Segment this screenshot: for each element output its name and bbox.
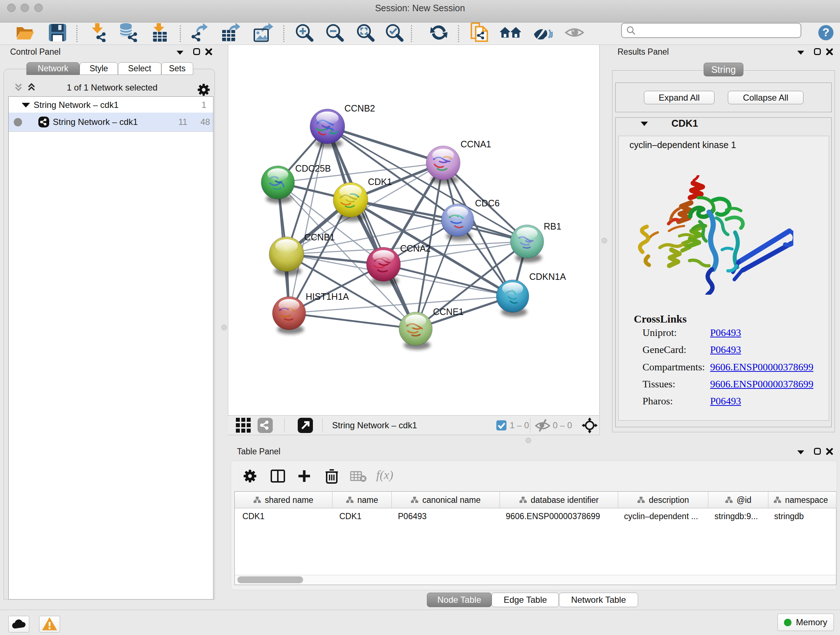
svg-text:CCNA1: CCNA1 xyxy=(461,139,491,149)
svg-text:CDKN1A: CDKN1A xyxy=(529,272,566,282)
svg-text:CCNA2: CCNA2 xyxy=(400,243,431,253)
svg-text:?: ? xyxy=(822,26,829,39)
svg-text:CCNE1: CCNE1 xyxy=(433,307,464,317)
svg-text:CDC25B: CDC25B xyxy=(295,163,331,173)
svg-text:CDC6: CDC6 xyxy=(475,198,500,208)
svg-text:HIST1H1A: HIST1H1A xyxy=(306,291,349,302)
svg-text:CDK1: CDK1 xyxy=(368,177,392,187)
svg-text:CCNB2: CCNB2 xyxy=(344,103,375,113)
svg-text:RB1: RB1 xyxy=(544,221,561,231)
svg-text:CCNB1: CCNB1 xyxy=(304,232,335,242)
